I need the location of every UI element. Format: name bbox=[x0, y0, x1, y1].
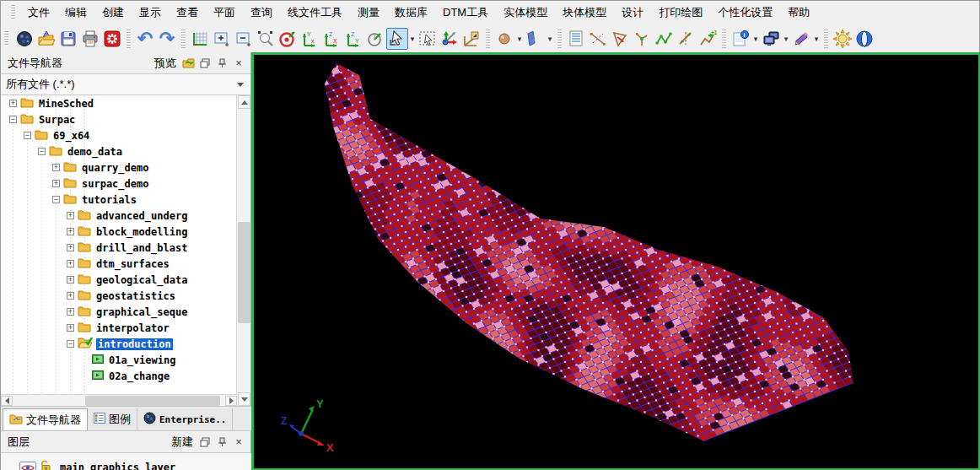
vertical-scroll-thumb[interactable] bbox=[238, 222, 250, 323]
tree-vertical-scrollbar[interactable] bbox=[236, 95, 250, 406]
tree-horizontal-scrollbar[interactable] bbox=[1, 394, 237, 406]
tree-item-geological_data[interactable]: +geological_data bbox=[1, 272, 237, 288]
tree-expander-icon[interactable]: − bbox=[38, 148, 46, 155]
string-list-icon[interactable] bbox=[565, 28, 587, 50]
tree-expander-icon[interactable]: + bbox=[67, 308, 74, 316]
tree-item-introduction[interactable]: −introduction bbox=[1, 336, 237, 352]
tree-expander-icon[interactable]: + bbox=[67, 260, 74, 267]
tree-item-01a_viewing[interactable]: 01a_viewing bbox=[1, 352, 237, 368]
graphics-viewport[interactable]: ZYX bbox=[251, 52, 980, 470]
tree-item-surpac_demo[interactable]: +surpac_demo bbox=[1, 176, 237, 192]
save-icon[interactable] bbox=[57, 28, 79, 50]
tree-item-graphical_seque[interactable]: +graphical_seque bbox=[1, 304, 237, 320]
toolbar-grip[interactable] bbox=[4, 31, 8, 46]
tree-expander-icon[interactable]: + bbox=[67, 212, 74, 219]
menu-item-2[interactable]: 编辑 bbox=[57, 2, 94, 24]
menu-item-15[interactable]: 打印绘图 bbox=[651, 2, 710, 24]
tree-item-MineSched[interactable]: +MineSched bbox=[1, 95, 237, 111]
undo-icon[interactable]: ↶ bbox=[134, 28, 156, 50]
rotate-view-icon[interactable] bbox=[364, 28, 386, 50]
break-line-icon[interactable] bbox=[675, 28, 697, 50]
refresh-icon[interactable] bbox=[180, 55, 197, 72]
menu-item-14[interactable]: 设计 bbox=[614, 2, 651, 24]
tree-expander-icon[interactable]: + bbox=[67, 276, 74, 284]
extend-line-icon[interactable]: +1 bbox=[697, 28, 719, 50]
preview-label[interactable]: 预览 bbox=[154, 56, 176, 71]
tree-expander-icon[interactable]: + bbox=[67, 324, 74, 332]
layer-row-1[interactable]: main graphics layer bbox=[1, 458, 251, 470]
segment-tool-icon[interactable] bbox=[587, 28, 609, 50]
select-cursor-icon-dropdown[interactable]: ▾ bbox=[408, 35, 417, 43]
view-sphere-icon[interactable] bbox=[13, 28, 35, 50]
redo-icon[interactable]: ↷ bbox=[156, 28, 178, 50]
tree-item-Surpac[interactable]: −Surpac bbox=[1, 111, 237, 127]
properties-icon-dropdown[interactable]: ▾ bbox=[751, 35, 760, 43]
float-layers-icon[interactable] bbox=[197, 434, 213, 451]
menu-item-6[interactable]: 平面 bbox=[206, 2, 243, 24]
tree-item-block_modelling[interactable]: +block_modelling bbox=[1, 224, 237, 240]
tree-item-advanced_underg[interactable]: +advanced_underg bbox=[1, 208, 237, 224]
tree-item-interpolator[interactable]: +interpolator bbox=[1, 320, 237, 336]
tab-文件导航器[interactable]: 文件导航器 bbox=[3, 408, 88, 430]
menu-item-8[interactable]: 线文件工具 bbox=[280, 2, 350, 24]
node-tool-icon[interactable] bbox=[631, 28, 653, 50]
point-tool-icon[interactable] bbox=[493, 28, 515, 50]
tree-item-02a_change[interactable]: 02a_change bbox=[1, 368, 237, 384]
zoom-out-icon[interactable] bbox=[233, 28, 255, 50]
view-zy-icon[interactable]: ZY bbox=[342, 28, 364, 50]
tree-item-dtm_surfaces[interactable]: +dtm_surfaces bbox=[1, 256, 237, 272]
menu-item-5[interactable]: 查看 bbox=[169, 2, 206, 24]
scroll-right-icon[interactable] bbox=[225, 396, 237, 406]
scroll-up-icon[interactable] bbox=[238, 95, 250, 109]
zoom-in-icon[interactable] bbox=[211, 28, 233, 50]
section-plane-icon-dropdown[interactable]: ▾ bbox=[546, 35, 554, 43]
tree-expander-icon[interactable]: − bbox=[52, 196, 60, 203]
zoom-box-icon[interactable] bbox=[255, 28, 277, 50]
tree-item-69_x64[interactable]: −69_x64 bbox=[1, 127, 237, 143]
view-zx-icon[interactable]: ZX bbox=[320, 28, 342, 50]
select-cursor-icon[interactable] bbox=[386, 28, 408, 50]
menu-item-1[interactable]: 文件 bbox=[20, 2, 57, 24]
properties-icon[interactable]: i bbox=[730, 28, 751, 50]
tree-expander-icon[interactable]: + bbox=[67, 244, 74, 251]
tree-expander-icon[interactable]: − bbox=[67, 340, 74, 348]
edit-pencil-icon-dropdown[interactable]: ▾ bbox=[812, 35, 821, 43]
polyline-tool-icon[interactable] bbox=[653, 28, 675, 50]
tree-item-quarry_demo[interactable]: +quarry_demo bbox=[1, 159, 237, 176]
menu-item-3[interactable]: 创建 bbox=[94, 2, 132, 24]
tree-expander-icon[interactable]: + bbox=[9, 100, 17, 107]
layer-lock-icon[interactable] bbox=[40, 460, 51, 470]
menu-item-12[interactable]: 实体模型 bbox=[496, 2, 555, 24]
tree-item-drill_and_blast[interactable]: +drill_and_blast bbox=[1, 240, 237, 256]
data-view-icon[interactable] bbox=[277, 28, 299, 50]
displays-icon[interactable] bbox=[760, 28, 782, 50]
float-panel-icon[interactable] bbox=[197, 55, 213, 72]
close-layers-icon[interactable]: × bbox=[230, 434, 247, 451]
tree-expander-icon[interactable]: + bbox=[67, 292, 74, 300]
pin-layers-icon[interactable] bbox=[213, 434, 230, 451]
tree-item-geostatistics[interactable]: +geostatistics bbox=[1, 288, 237, 304]
displays-icon-dropdown[interactable]: ▾ bbox=[782, 35, 790, 43]
new-layer-button[interactable]: 新建 bbox=[171, 435, 193, 450]
layer-visibility-icon[interactable] bbox=[19, 462, 36, 470]
tree-expander-icon[interactable]: − bbox=[24, 132, 31, 139]
tab-图例[interactable]: 图例 bbox=[88, 408, 137, 430]
menu-item-4[interactable]: 显示 bbox=[132, 2, 169, 24]
close-panel-icon[interactable]: × bbox=[230, 55, 247, 72]
point-tool-icon-dropdown[interactable]: ▾ bbox=[515, 35, 524, 43]
3d-model-canvas[interactable] bbox=[254, 55, 978, 468]
print-icon[interactable] bbox=[79, 28, 101, 50]
file-filter-combobox[interactable]: 所有文件 (.*.*) bbox=[1, 74, 250, 95]
tree-expander-icon[interactable]: + bbox=[52, 180, 60, 187]
horizontal-scroll-thumb[interactable] bbox=[85, 396, 220, 406]
menu-item-9[interactable]: 测量 bbox=[350, 2, 387, 24]
digitise-tool-icon[interactable] bbox=[609, 28, 631, 50]
box-select-icon[interactable] bbox=[417, 28, 439, 50]
tree-expander-icon[interactable]: − bbox=[9, 116, 17, 123]
scroll-down-icon[interactable] bbox=[238, 392, 250, 406]
edit-pencil-icon[interactable] bbox=[790, 28, 812, 50]
scroll-left-icon[interactable] bbox=[1, 396, 13, 406]
move-3d-icon[interactable] bbox=[439, 28, 460, 50]
pin-panel-icon[interactable] bbox=[213, 55, 230, 72]
reset-graphics-icon[interactable] bbox=[101, 28, 123, 50]
